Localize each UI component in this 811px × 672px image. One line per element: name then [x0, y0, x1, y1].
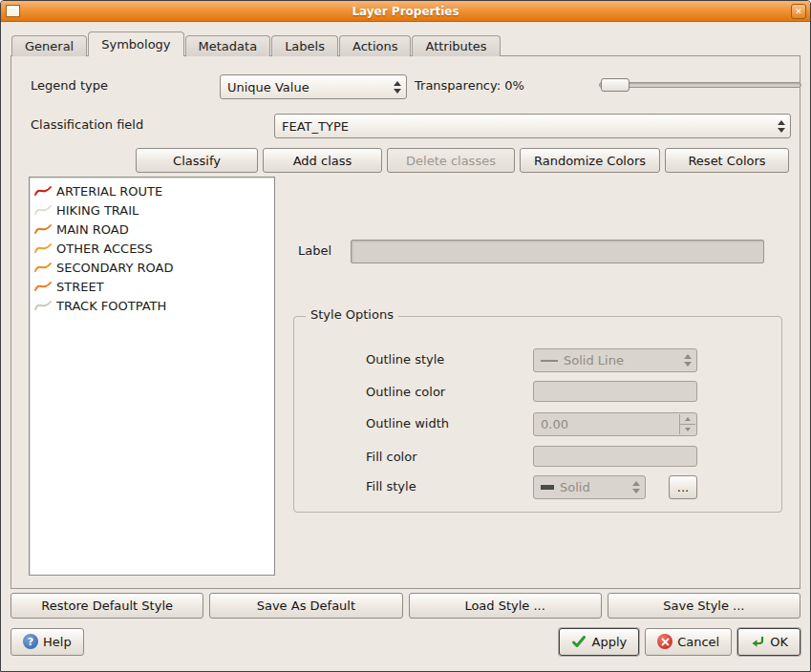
outline-style-label: Outline style: [366, 352, 444, 367]
list-item[interactable]: STREET: [32, 277, 272, 296]
line-symbol-icon: [33, 184, 53, 198]
tab-attributes[interactable]: Attributes: [412, 35, 500, 56]
outline-style-value: Solid Line: [564, 353, 624, 368]
symbol-class-list[interactable]: ARTERIAL ROUTE HIKING TRAIL MAIN ROAD OT…: [29, 177, 275, 576]
title-bar[interactable]: Layer Properties ✕: [1, 1, 810, 22]
class-label: TRACK FOOTPATH: [56, 299, 166, 313]
list-item[interactable]: OTHER ACCESS: [32, 239, 272, 258]
button-label: Restore Default Style: [41, 598, 173, 613]
apply-button[interactable]: Apply: [559, 628, 639, 656]
button-label: Save Style ...: [663, 598, 744, 613]
fill-color-label: Fill color: [366, 450, 417, 464]
chevron-up-down-icon: [628, 477, 644, 497]
classification-field-label: Classification field: [31, 117, 143, 132]
class-label: OTHER ACCESS: [56, 242, 153, 256]
button-label: Delete classes: [406, 154, 496, 168]
restore-default-style-button[interactable]: Restore Default Style: [11, 593, 203, 619]
transparency-slider[interactable]: [599, 82, 801, 88]
style-buttons-row: Restore Default Style Save As Default Lo…: [11, 593, 800, 619]
class-label: ARTERIAL ROUTE: [56, 184, 162, 199]
button-label: Classify: [173, 154, 221, 168]
button-label: Load Style ...: [464, 598, 545, 613]
close-icon: ✕: [795, 7, 802, 16]
chevron-up-down-icon: [389, 76, 405, 97]
outline-width-label: Outline width: [366, 416, 449, 430]
button-label: Cancel: [677, 635, 719, 649]
tab-labels[interactable]: Labels: [271, 35, 338, 56]
class-label: HIKING TRAIL: [56, 203, 139, 218]
outline-color-label: Outline color: [366, 385, 445, 399]
outline-color-button: [533, 381, 697, 402]
fill-style-select: Solid: [533, 475, 646, 499]
button-label: Save As Default: [257, 598, 355, 613]
chevron-up-down-icon: [773, 116, 789, 136]
solid-line-icon: [541, 360, 558, 362]
tab-general[interactable]: General: [11, 35, 87, 56]
line-symbol-icon: [33, 203, 53, 217]
cancel-button[interactable]: Cancel: [645, 628, 732, 656]
fill-style-label: Fill style: [366, 479, 416, 494]
classify-button[interactable]: Classify: [136, 148, 258, 173]
list-item[interactable]: TRACK FOOTPATH: [32, 296, 272, 315]
add-class-button[interactable]: Add class: [263, 148, 382, 173]
tab-metadata[interactable]: Metadata: [185, 35, 271, 56]
line-symbol-icon: [33, 222, 53, 236]
line-symbol-icon: [33, 242, 53, 255]
line-symbol-icon: [33, 261, 53, 274]
tab-label: Symbology: [101, 37, 170, 52]
class-label: SECONDARY ROAD: [56, 261, 173, 275]
check-icon: [571, 634, 587, 649]
tab-label: Metadata: [199, 39, 258, 53]
cancel-icon: [657, 634, 672, 649]
randomize-colors-button[interactable]: Randomize Colors: [520, 148, 660, 173]
fill-color-button: [533, 446, 697, 467]
help-button[interactable]: ? Help: [11, 628, 84, 656]
tab-actions[interactable]: Actions: [339, 35, 412, 56]
label-field-label: Label: [298, 243, 331, 258]
transparency-slider-handle[interactable]: [601, 78, 630, 92]
tab-symbology[interactable]: Symbology: [88, 32, 183, 56]
chevron-up-down-icon: [679, 350, 695, 370]
line-symbol-icon: [33, 299, 53, 312]
tab-label: Actions: [352, 39, 398, 53]
button-label: Apply: [591, 635, 627, 649]
load-style-button[interactable]: Load Style ...: [409, 593, 602, 619]
button-label: Help: [43, 635, 72, 649]
line-symbol-icon: [33, 280, 53, 293]
button-label: ...: [677, 480, 689, 494]
outline-width-value: 0.00: [541, 417, 568, 431]
spinner-arrows-icon: [679, 414, 695, 434]
style-options-title: Style Options: [306, 307, 398, 322]
reset-colors-button[interactable]: Reset Colors: [665, 148, 789, 173]
enter-arrow-icon: [750, 634, 765, 649]
classification-field-select[interactable]: FEAT_TYPE: [274, 114, 791, 138]
close-button[interactable]: ✕: [791, 4, 806, 19]
class-label: MAIN ROAD: [56, 222, 129, 237]
classification-field-value: FEAT_TYPE: [282, 119, 349, 134]
layer-properties-dialog: Layer Properties ✕ General Symbology Met…: [0, 0, 811, 672]
legend-type-label: Legend type: [31, 78, 108, 93]
delete-classes-button: Delete classes: [387, 148, 515, 173]
fill-style-more-button[interactable]: ...: [669, 475, 697, 499]
list-item[interactable]: ARTERIAL ROUTE: [32, 181, 272, 200]
solid-fill-icon: [541, 485, 554, 490]
symbology-panel: Legend type Unique Value Transparency: 0…: [11, 55, 800, 589]
save-as-default-button[interactable]: Save As Default: [209, 593, 402, 619]
fill-style-value: Solid: [560, 480, 590, 494]
list-item[interactable]: HIKING TRAIL: [32, 200, 272, 220]
label-input: [351, 240, 764, 263]
save-style-button[interactable]: Save Style ...: [608, 593, 800, 619]
legend-type-select[interactable]: Unique Value: [220, 74, 407, 99]
button-label: Reset Colors: [688, 154, 765, 168]
list-item[interactable]: MAIN ROAD: [32, 220, 272, 239]
button-label: OK: [770, 635, 788, 649]
ok-button[interactable]: OK: [737, 628, 800, 656]
list-item[interactable]: SECONDARY ROAD: [32, 258, 272, 277]
help-icon: ?: [23, 634, 38, 649]
button-label: Randomize Colors: [534, 154, 646, 168]
tab-bar: General Symbology Metadata Labels Action…: [11, 32, 502, 56]
class-label: STREET: [56, 280, 104, 294]
tab-label: General: [25, 39, 74, 53]
transparency-label: Transparency: 0%: [415, 78, 524, 93]
style-options-group: Style Options Outline style Solid Line O…: [293, 316, 782, 513]
